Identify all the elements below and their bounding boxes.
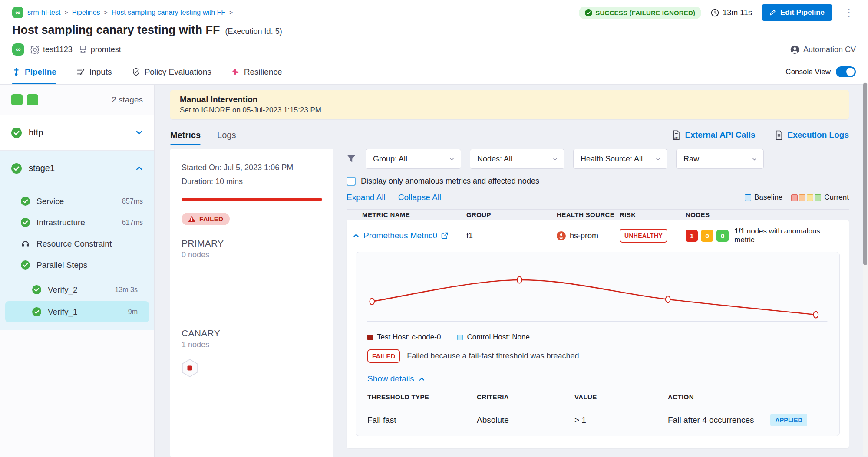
console-view-toggle[interactable] bbox=[836, 66, 856, 77]
chevron-down-icon bbox=[449, 156, 455, 162]
stage-stage1-label: stage1 bbox=[29, 163, 55, 173]
chevron-up-icon[interactable] bbox=[135, 164, 143, 172]
step-label: Infrastructure bbox=[36, 218, 85, 227]
chevron-down-icon bbox=[655, 156, 661, 162]
edit-pipeline-label: Edit Pipeline bbox=[780, 8, 825, 17]
sidebar-step-verify2[interactable]: Verify_2 13m 3s bbox=[0, 279, 149, 300]
threshold-criteria-value: Absolute bbox=[477, 415, 574, 425]
step-duration: 857ms bbox=[122, 197, 143, 205]
success-check-icon bbox=[32, 285, 41, 294]
document-icon bbox=[775, 130, 783, 140]
show-details-link[interactable]: Show details bbox=[362, 374, 833, 384]
control-host-legend: Control Host: None bbox=[457, 333, 530, 342]
sidebar-step-resource-constraint[interactable]: Resource Constraint bbox=[0, 233, 154, 254]
nodes-filter-select[interactable]: Nodes: All bbox=[470, 149, 564, 169]
canary-node-count: 1 nodes bbox=[182, 340, 322, 349]
chevron-down-icon[interactable] bbox=[135, 129, 143, 136]
tab-logs[interactable]: Logs bbox=[217, 123, 236, 147]
tab-inputs[interactable]: Inputs bbox=[76, 59, 112, 84]
tab-resilience[interactable]: Resilience bbox=[231, 59, 282, 84]
more-options-icon[interactable]: ⋮ bbox=[842, 7, 856, 19]
expand-all-link[interactable]: Expand All bbox=[347, 193, 386, 202]
stage-squares-icon bbox=[11, 94, 38, 105]
sidebar-step-parallel-steps[interactable]: Parallel Steps bbox=[0, 254, 154, 276]
group-filter-select[interactable]: Group: All bbox=[366, 149, 461, 169]
monitored-service-chip[interactable]: promtest bbox=[79, 45, 121, 54]
display-mode-select[interactable]: Raw bbox=[676, 149, 764, 169]
col-health-source: HEALTH SOURCE bbox=[557, 211, 620, 218]
col-risk: RISK bbox=[620, 211, 686, 218]
sidebar-step-infrastructure[interactable]: Infrastructure 617ms bbox=[0, 212, 154, 233]
threshold-type-value: Fail fast bbox=[367, 415, 477, 425]
step-duration: 9m bbox=[128, 308, 138, 316]
col-action: ACTION bbox=[668, 393, 828, 401]
metric-row[interactable]: Prometheus Metric0 f1 hs-prom UNHEALTHY … bbox=[347, 220, 849, 252]
node-count-healthy: 0 bbox=[716, 230, 729, 242]
nodes-filter-value: Nodes: All bbox=[477, 155, 512, 164]
primary-node-count: 0 nodes bbox=[182, 250, 322, 260]
breadcrumb-pipeline-name[interactable]: Host sampling canary testing with FF bbox=[112, 9, 225, 16]
baseline-legend-swatch bbox=[745, 194, 751, 201]
gear-icon bbox=[30, 45, 40, 54]
banner-title: Manual Intervention bbox=[180, 95, 839, 104]
nodes-ratio-text: nodes with anomalous metric bbox=[734, 227, 820, 244]
metrics-table-header: METRIC NAME GROUP HEALTH SOURCE RISK NOD… bbox=[347, 209, 849, 220]
scrollbar-thumb[interactable] bbox=[863, 83, 867, 265]
step-label: Verify_2 bbox=[48, 285, 78, 295]
tab-pipeline[interactable]: Pipeline bbox=[12, 59, 56, 84]
col-group: GROUP bbox=[466, 211, 557, 218]
step-duration: 13m 3s bbox=[115, 286, 138, 294]
service-logo-icon: ∞ bbox=[12, 43, 24, 56]
chevron-up-icon bbox=[419, 376, 425, 382]
tab-metrics[interactable]: Metrics bbox=[170, 123, 201, 147]
control-host-swatch bbox=[457, 335, 463, 340]
breadcrumb-separator: > bbox=[64, 9, 68, 16]
canary-label: CANARY bbox=[182, 328, 322, 339]
breadcrumb-pipelines[interactable]: Pipelines bbox=[72, 9, 100, 16]
execution-logs-link[interactable]: Execution Logs bbox=[775, 130, 849, 140]
clock-icon bbox=[711, 9, 719, 17]
warning-triangle-icon bbox=[188, 216, 195, 222]
external-link-icon[interactable] bbox=[441, 232, 448, 239]
links-divider bbox=[392, 193, 392, 202]
filter-icon[interactable] bbox=[347, 154, 356, 164]
monitored-service-name: promtest bbox=[91, 45, 121, 54]
step-label: Resource Constraint bbox=[36, 239, 112, 249]
health-source-value: hs-prom bbox=[570, 231, 598, 240]
sidebar-step-service[interactable]: Service 857ms bbox=[0, 191, 154, 212]
health-source-filter-select[interactable]: Health Source: All bbox=[573, 149, 667, 169]
group-filter-value: Group: All bbox=[373, 155, 407, 164]
breadcrumb-project[interactable]: srm-hf-test bbox=[27, 9, 60, 16]
breadcrumb-separator: > bbox=[229, 9, 233, 16]
external-api-calls-link[interactable]: API External API Calls bbox=[672, 130, 756, 140]
service-chip[interactable]: test1123 bbox=[30, 45, 73, 54]
sidebar-stage-http[interactable]: http bbox=[0, 115, 154, 151]
trigger-user: Automation CV bbox=[790, 45, 856, 54]
sidebar-step-verify1[interactable]: Verify_1 9m bbox=[5, 301, 149, 322]
failed-message: Failed because a fail-fast threshold was… bbox=[407, 352, 579, 361]
external-api-calls-label: External API Calls bbox=[685, 130, 756, 140]
col-value: VALUE bbox=[574, 393, 668, 401]
verification-summary-card: Started On: Jul 5, 2023 1:06 PM Duration… bbox=[170, 149, 333, 457]
edit-pipeline-button[interactable]: Edit Pipeline bbox=[762, 4, 832, 21]
metric-name-link[interactable]: Prometheus Metric0 bbox=[363, 231, 437, 240]
success-check-icon bbox=[21, 218, 30, 227]
page-scrollbar bbox=[863, 82, 868, 456]
execution-id: (Execution Id: 5) bbox=[225, 27, 282, 36]
sidebar-stage-stage1[interactable]: stage1 bbox=[0, 151, 154, 186]
nodes-ratio: 1/1 bbox=[734, 227, 745, 235]
anomalous-only-checkbox[interactable] bbox=[347, 177, 356, 186]
canary-node-hexagon[interactable] bbox=[182, 359, 198, 377]
inputs-icon bbox=[76, 68, 85, 76]
collapse-chevron-icon[interactable] bbox=[353, 232, 360, 239]
tab-resilience-label: Resilience bbox=[244, 67, 282, 77]
threshold-action-value: Fail after 4 occurrences bbox=[668, 415, 754, 425]
check-circle-icon bbox=[585, 9, 592, 16]
tab-policy-evaluations[interactable]: Policy Evaluations bbox=[132, 59, 211, 84]
collapse-all-link[interactable]: Collapse All bbox=[398, 193, 441, 202]
baseline-legend-label: Baseline bbox=[754, 193, 782, 202]
stage-http-label: http bbox=[29, 128, 43, 138]
risk-badge: UNHEALTHY bbox=[620, 229, 667, 243]
display-mode-value: Raw bbox=[683, 155, 699, 164]
test-host-legend: Test Host: c-node-0 bbox=[367, 333, 441, 342]
